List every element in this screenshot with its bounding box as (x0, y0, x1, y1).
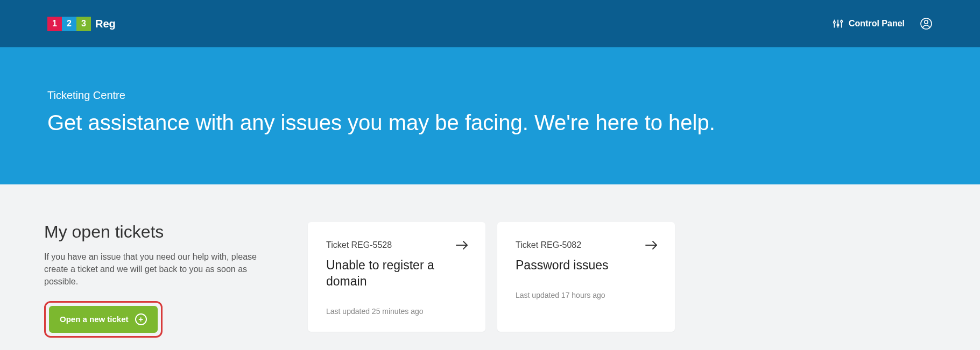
sliders-icon (833, 18, 843, 29)
left-column: My open tickets If you have an issue tha… (44, 222, 276, 338)
plus-circle-icon: + (135, 313, 147, 325)
control-panel-link[interactable]: Control Panel (833, 18, 905, 29)
logo[interactable]: 1 2 3 Reg (47, 17, 116, 31)
ticket-title: Unable to register a domain (326, 258, 467, 290)
hero-title: Get assistance with any issues you may b… (47, 109, 933, 136)
highlight-ring: Open a new ticket + (44, 301, 163, 338)
open-ticket-label: Open a new ticket (60, 315, 129, 324)
logo-block-2: 2 (62, 17, 76, 31)
control-panel-label: Control Panel (849, 19, 905, 28)
header: 1 2 3 Reg Control Panel (0, 0, 980, 47)
content: My open tickets If you have an issue tha… (0, 184, 980, 350)
header-right: Control Panel (833, 17, 933, 30)
section-description: If you have an issue that you need our h… (44, 251, 270, 288)
arrow-right-icon (645, 240, 659, 252)
tickets-list: Ticket REG-5528 Unable to register a dom… (308, 222, 933, 332)
arrow-right-icon (455, 240, 469, 252)
logo-text: Reg (95, 18, 116, 30)
svg-point-7 (925, 20, 928, 24)
section-title: My open tickets (44, 222, 276, 242)
open-new-ticket-button[interactable]: Open a new ticket + (49, 306, 158, 333)
ticket-card[interactable]: Ticket REG-5082 Password issues Last upd… (497, 222, 675, 332)
logo-block-1: 1 (47, 17, 62, 31)
hero-subtitle: Ticketing Centre (47, 89, 933, 102)
hero: Ticketing Centre Get assistance with any… (0, 47, 980, 184)
ticket-updated: Last updated 25 minutes ago (326, 307, 467, 316)
svg-point-5 (841, 20, 842, 22)
user-icon[interactable] (920, 17, 933, 30)
ticket-id: Ticket REG-5082 (516, 240, 657, 250)
ticket-title: Password issues (516, 258, 657, 274)
ticket-id: Ticket REG-5528 (326, 240, 467, 250)
ticket-updated: Last updated 17 hours ago (516, 291, 657, 299)
svg-point-1 (834, 22, 835, 23)
svg-point-3 (837, 24, 838, 26)
logo-block-3: 3 (76, 17, 91, 31)
ticket-card[interactable]: Ticket REG-5528 Unable to register a dom… (308, 222, 485, 332)
